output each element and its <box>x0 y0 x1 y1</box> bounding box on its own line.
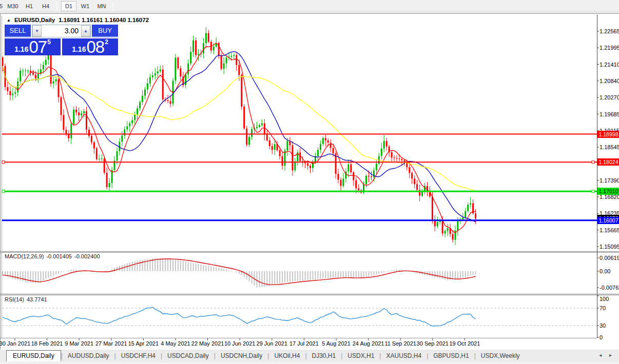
timeframe-button-d1[interactable]: D1 <box>61 1 76 11</box>
buy-button[interactable]: BUY <box>92 25 118 37</box>
volume-increase-icon[interactable]: ▲ <box>81 25 90 37</box>
chart-window: ▲ EURUSD,Daily 1.16091 1.16161 1.16040 1… <box>0 13 619 349</box>
price-axis-tick: 1.15095 <box>599 244 619 250</box>
date-axis-label: 22 May 2021 <box>191 340 224 347</box>
date-axis-label: 27 Mar 2021 <box>95 340 127 347</box>
rsi-axis-tick: 0 <box>599 334 619 340</box>
rsi-axis-tick: 100 <box>599 296 619 302</box>
sell-price-prefix: 1.16 <box>14 45 28 53</box>
chart-title: ▲ EURUSD,Daily 1.16091 1.16161 1.16040 1… <box>7 17 149 23</box>
date-axis-label: 18 Feb 2021 <box>31 340 63 347</box>
sell-quote[interactable]: 1.16 07 5 <box>5 38 61 55</box>
sell-price-big: 07 <box>29 39 47 55</box>
tab-scroll-arrows[interactable]: ◂ ▸ <box>599 352 615 358</box>
rsi-axis-tick: 70 <box>599 305 619 311</box>
date-axis-label: 29 Jun 2021 <box>257 340 288 347</box>
chart-symbol-title: EURUSD,Daily <box>14 17 55 23</box>
sell-price-pip: 5 <box>47 38 51 46</box>
chart-tab-xauusd-h4[interactable]: XAUUSD,H4 <box>381 351 427 361</box>
chart-tab-dj30-h1[interactable]: DJ30,H1 <box>307 351 341 361</box>
toolbar-separator <box>113 2 113 11</box>
volume-decrease-icon[interactable]: ▼ <box>32 25 42 37</box>
buy-price-prefix: 1.16 <box>72 45 86 53</box>
chart-tab-gbpusd-h1[interactable]: GBPUSD,H1 <box>428 351 474 361</box>
date-axis-label: 11 Sep 2021 <box>384 340 416 347</box>
chart-tabbar: EURUSD,Daily|AUDUSD,Daily|USDCHF,H4|USDC… <box>0 350 619 362</box>
date-axis-label: 9 Mar 2021 <box>65 340 93 347</box>
volume-spinner: ▼ 3.00 ▲ <box>32 25 91 37</box>
date-axis-label: 30 Sep 2021 <box>417 340 449 347</box>
collapse-arrow-icon[interactable]: ▲ <box>7 18 11 23</box>
chart-tab-usdcnh-daily[interactable]: USDCNH,Daily <box>216 351 267 361</box>
chart-tab-ukoil-h4[interactable]: UKOil,H4 <box>269 351 305 361</box>
rsi-value: 43.7741 <box>27 296 47 302</box>
date-axis-label: 30 Jan 2021 <box>0 340 30 347</box>
hline-price-label[interactable]: 1.18024 <box>597 158 619 166</box>
price-axis-tick: 1.18545 <box>599 144 619 150</box>
chart-tab-usdx-weekly[interactable]: USDX,Weekly <box>476 351 525 361</box>
hline-price-label[interactable]: 1.18998 <box>597 131 619 138</box>
macd-value: -0.001405 <box>46 253 72 259</box>
sell-button[interactable]: SELL <box>5 25 31 37</box>
macd-axis-tick: 0.00 <box>599 268 619 274</box>
rsi-axis-tick: 30 <box>599 322 619 329</box>
volume-input[interactable]: 3.00 <box>42 25 81 37</box>
timeframe-toolbar: 5M30H1H4D1W1MN <box>0 0 619 12</box>
price-axis-tick: 1.22565 <box>599 28 619 34</box>
timeframe-button-m30[interactable]: M30 <box>5 1 21 11</box>
chart-ohlc-values: 1.16091 1.16161 1.16040 1.16072 <box>59 17 149 23</box>
chart-tab-audusd-daily[interactable]: AUDUSD,Daily <box>63 351 114 361</box>
macd-axis-tick: -0.00762 <box>599 285 619 291</box>
timeframe-button-w1[interactable]: W1 <box>78 1 93 11</box>
date-axis-label: 10 Jun 2021 <box>224 340 256 347</box>
price-axis-tick: 1.21410 <box>599 62 619 68</box>
chart-tab-usdcad-daily[interactable]: USDCAD,Daily <box>162 351 214 361</box>
chart-canvas[interactable] <box>1 14 619 350</box>
toolbar-separator <box>57 2 57 11</box>
macd-axis-tick: 0.006193 <box>599 255 619 261</box>
one-click-trade-panel: SELL ▼ 3.00 ▲ BUY 1.16 07 5 1.16 08 2 <box>5 25 118 55</box>
buy-quote[interactable]: 1.16 08 2 <box>62 38 118 55</box>
date-axis-label: 15 Apr 2021 <box>128 340 159 347</box>
hline-price-label[interactable]: 1.16007 <box>597 217 619 224</box>
rsi-label: RSI(14) 43.7741 <box>5 296 47 302</box>
macd-signal-value: -0.002400 <box>74 253 100 259</box>
price-axis-tick: 1.19685 <box>599 111 619 117</box>
chart-tab-usdx-h1[interactable]: USDX,H1 <box>342 351 379 361</box>
price-axis-tick: 1.17390 <box>599 177 619 184</box>
rsi-name: RSI(14) <box>5 296 24 302</box>
price-axis-tick: 1.20840 <box>599 78 619 84</box>
timeframe-button-5[interactable]: 5 <box>0 1 4 11</box>
chart-tab-eurusd-daily[interactable]: EURUSD,Daily <box>6 350 61 361</box>
price-axis-tick: 1.21995 <box>599 45 619 51</box>
timeframe-button-h1[interactable]: H1 <box>22 1 37 11</box>
macd-name: MACD(12,26,9) <box>5 253 44 259</box>
bottom-strip <box>0 362 619 364</box>
date-axis-label: 24 Aug 2021 <box>353 340 384 347</box>
date-axis-label: 4 May 2021 <box>161 340 190 347</box>
date-axis-label: 17 Jul 2021 <box>289 340 319 347</box>
buy-price-pip: 2 <box>105 38 108 46</box>
hline-price-label[interactable]: 1.17010 <box>597 188 619 195</box>
chart-tab-usdchf-h4[interactable]: USDCHF,H4 <box>116 351 161 361</box>
timeframe-button-mn[interactable]: MN <box>94 1 109 11</box>
macd-label: MACD(12,26,9) -0.001405 -0.002400 <box>5 253 100 259</box>
timeframe-button-h4[interactable]: H4 <box>38 1 53 11</box>
date-axis-label: 5 Aug 2021 <box>322 340 351 347</box>
price-axis-tick: 1.20270 <box>599 94 619 100</box>
price-axis-tick: 1.15665 <box>599 227 619 233</box>
buy-price-big: 08 <box>86 39 104 55</box>
date-axis-label: 19 Oct 2021 <box>449 340 480 347</box>
